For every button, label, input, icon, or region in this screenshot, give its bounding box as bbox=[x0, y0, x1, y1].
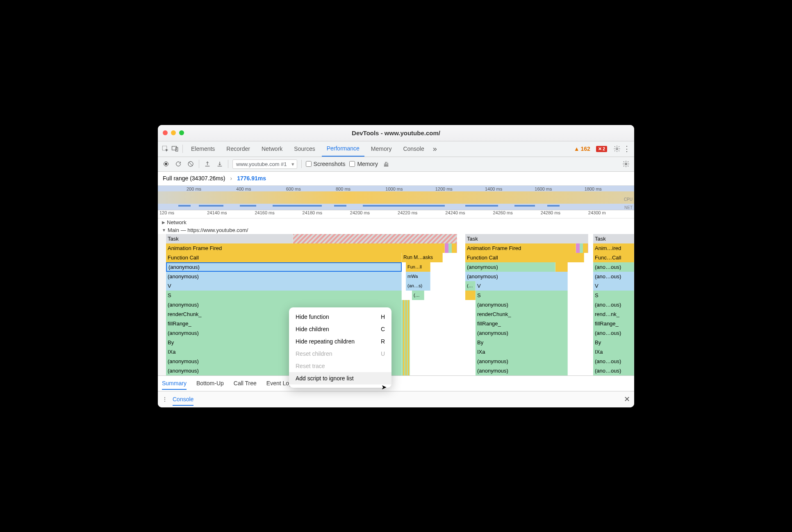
flame-entry[interactable]: Function Call bbox=[166, 253, 402, 262]
flame-task-long[interactable] bbox=[293, 234, 457, 243]
flame-entry-selected[interactable]: (anonymous) bbox=[166, 262, 402, 272]
window-minimize[interactable] bbox=[171, 130, 176, 135]
tab-call-tree[interactable]: Call Tree bbox=[234, 380, 257, 386]
flame-entry[interactable]: (ano…ous) bbox=[593, 357, 634, 366]
flame-entry[interactable]: Run M…asks bbox=[402, 253, 443, 262]
close-drawer-icon[interactable]: ✕ bbox=[624, 395, 630, 404]
flame-task[interactable]: Task bbox=[593, 234, 634, 243]
flame-entry[interactable]: By bbox=[593, 338, 634, 347]
flame-entry[interactable] bbox=[402, 338, 410, 347]
warnings-badge[interactable]: ▲ 162 bbox=[574, 146, 590, 152]
flame-entry[interactable]: Func…Call bbox=[593, 253, 634, 262]
inspect-icon[interactable] bbox=[161, 145, 169, 153]
ctx-hide-repeating[interactable]: Hide repeating childrenR bbox=[289, 335, 391, 348]
flame-chart[interactable]: Task Task Task Animation Frame Fired Ani… bbox=[158, 234, 634, 375]
tab-bottom-up[interactable]: Bottom-Up bbox=[196, 380, 224, 386]
flame-entry[interactable]: (… bbox=[465, 281, 476, 291]
tab-sources[interactable]: Sources bbox=[289, 141, 320, 157]
window-close[interactable] bbox=[163, 130, 168, 135]
tab-memory[interactable]: Memory bbox=[366, 141, 397, 157]
flame-entry[interactable]: Animation Frame Fired bbox=[465, 243, 576, 253]
window-zoom[interactable] bbox=[179, 130, 184, 135]
flame-entry[interactable] bbox=[402, 347, 410, 357]
more-icon[interactable]: ⋮ bbox=[623, 145, 631, 153]
flame-entry[interactable] bbox=[402, 300, 410, 309]
flame-entry[interactable]: (anonymous) bbox=[465, 272, 568, 281]
flame-entry[interactable]: (anonymous) bbox=[476, 328, 568, 338]
time-ruler[interactable]: 120 ms 24140 ms 24160 ms 24180 ms 24200 … bbox=[158, 210, 634, 218]
flame-entry[interactable]: (anonymous) bbox=[465, 262, 555, 272]
drawer-menu-icon[interactable]: ⋮ bbox=[162, 396, 168, 402]
flame-entry[interactable] bbox=[402, 357, 410, 366]
screenshots-checkbox[interactable]: Screenshots bbox=[306, 161, 346, 167]
capture-settings-icon[interactable] bbox=[622, 160, 630, 168]
flame-entry[interactable]: Animation Frame Fired bbox=[166, 243, 445, 253]
flame-task[interactable]: Task bbox=[465, 234, 588, 243]
flame-entry[interactable]: V bbox=[476, 281, 568, 291]
flame-entry[interactable]: fillRange_ bbox=[476, 319, 568, 328]
flame-entry[interactable] bbox=[465, 291, 476, 300]
network-track-header[interactable]: ▶Network bbox=[158, 218, 634, 226]
tab-performance[interactable]: Performance bbox=[322, 141, 364, 157]
breadcrumb-current[interactable]: 1776.91ms bbox=[237, 175, 266, 182]
ctx-hide-function[interactable]: Hide functionH bbox=[289, 311, 391, 323]
flame-entry[interactable] bbox=[555, 262, 568, 272]
tab-console[interactable]: Console bbox=[398, 141, 429, 157]
tab-elements[interactable]: Elements bbox=[186, 141, 220, 157]
tab-event-log[interactable]: Event Log bbox=[266, 380, 292, 386]
flame-entry[interactable]: S bbox=[593, 291, 634, 300]
tab-summary[interactable]: Summary bbox=[162, 380, 187, 390]
upload-icon[interactable] bbox=[203, 160, 212, 168]
flame-entry[interactable]: mWa bbox=[406, 272, 430, 281]
errors-badge[interactable]: ✕ 2 bbox=[596, 146, 607, 152]
flame-entry[interactable]: IXa bbox=[593, 347, 634, 357]
flame-entry[interactable]: rend…nk_ bbox=[593, 309, 634, 319]
collect-garbage-icon[interactable] bbox=[382, 160, 390, 168]
flame-entry[interactable]: (… bbox=[412, 291, 424, 300]
flame-entry[interactable]: (anonymous) bbox=[476, 300, 568, 309]
flame-entry[interactable]: (anonymous) bbox=[476, 357, 568, 366]
flame-entry[interactable]: renderChunk_ bbox=[476, 309, 568, 319]
record-icon[interactable] bbox=[162, 160, 170, 168]
flame-entry[interactable]: (anonymous) bbox=[476, 366, 568, 375]
main-track-header[interactable]: ▼Main — https://www.youtube.com/ bbox=[158, 226, 634, 234]
download-icon[interactable] bbox=[216, 160, 224, 168]
flame-entry[interactable]: Fun…ll bbox=[406, 262, 430, 272]
flame-entry[interactable] bbox=[576, 243, 588, 253]
flame-entry[interactable]: IXa bbox=[476, 347, 568, 357]
flame-entry[interactable] bbox=[402, 328, 410, 338]
ctx-add-ignore[interactable]: Add script to ignore list bbox=[289, 372, 391, 384]
memory-checkbox[interactable]: Memory bbox=[349, 161, 378, 167]
flame-entry[interactable]: S bbox=[476, 291, 568, 300]
flame-entry[interactable] bbox=[445, 243, 457, 253]
console-tab[interactable]: Console bbox=[173, 396, 193, 406]
overview-track[interactable]: 200 ms 400 ms 600 ms 800 ms 1000 ms 1200… bbox=[158, 186, 634, 210]
flame-task[interactable]: Task bbox=[166, 234, 293, 243]
tab-recorder[interactable]: Recorder bbox=[221, 141, 255, 157]
reload-icon[interactable] bbox=[174, 160, 182, 168]
device-toolbar-icon[interactable] bbox=[171, 145, 179, 153]
flame-entry[interactable]: (an…s) bbox=[406, 281, 430, 291]
flame-entry[interactable]: (ano…ous) bbox=[593, 300, 634, 309]
flame-entry[interactable]: (anonymous) bbox=[166, 272, 402, 281]
flame-entry[interactable]: S bbox=[166, 291, 402, 300]
flame-entry[interactable]: V bbox=[593, 281, 634, 291]
flame-entry[interactable]: Anim…ired bbox=[593, 243, 634, 253]
flame-entry[interactable]: V bbox=[166, 281, 402, 291]
clear-icon[interactable] bbox=[187, 160, 195, 168]
flame-entry[interactable]: By bbox=[476, 338, 568, 347]
flame-entry[interactable] bbox=[402, 309, 410, 319]
settings-icon[interactable] bbox=[613, 145, 621, 153]
flame-entry[interactable]: fillRange_ bbox=[593, 319, 634, 328]
flame-entry[interactable]: (ano…ous) bbox=[593, 328, 634, 338]
flame-entry[interactable]: Function Call bbox=[465, 253, 584, 262]
flame-entry[interactable] bbox=[402, 319, 410, 328]
more-tabs-icon[interactable]: » bbox=[431, 145, 439, 153]
breadcrumb-full[interactable]: Full range (34307.26ms) bbox=[163, 175, 225, 182]
recording-select[interactable]: www.youtube.com #1 bbox=[232, 159, 297, 169]
flame-entry[interactable]: (ano…ous) bbox=[593, 366, 634, 375]
flame-entry[interactable]: (ano…ous) bbox=[593, 262, 634, 272]
flame-entry[interactable] bbox=[402, 366, 410, 375]
ctx-hide-children[interactable]: Hide childrenC bbox=[289, 323, 391, 335]
flame-entry[interactable]: (ano…ous) bbox=[593, 272, 634, 281]
